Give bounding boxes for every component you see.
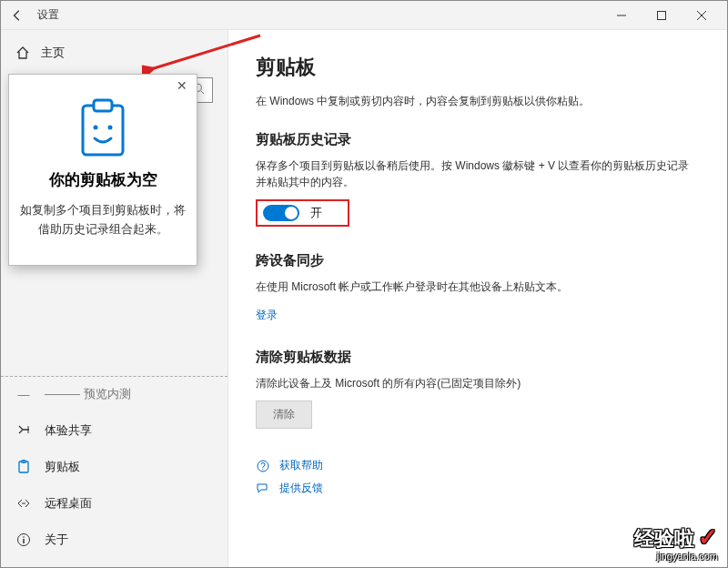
section-title: 跨设备同步 [256, 252, 700, 269]
section-desc: 在使用 Microsoft 帐户或工作帐户登录时在其他设备上粘贴文本。 [256, 279, 700, 295]
dash-icon: — [15, 386, 32, 402]
close-button[interactable] [682, 3, 722, 28]
page-title: 剪贴板 [256, 54, 700, 81]
sidebar-home-label: 主页 [41, 45, 65, 61]
checkmark-icon: ✓ [698, 523, 718, 552]
section-history: 剪贴板历史记录 保存多个项目到剪贴板以备稍后使用。按 Windows 徽标键 +… [256, 131, 700, 227]
sidebar-item-label: ——— 预览内测 [45, 386, 131, 402]
watermark-text: 经验啦 [634, 525, 694, 553]
svg-text:?: ? [260, 462, 266, 472]
toggle-label: 开 [310, 205, 322, 221]
feedback-icon [256, 482, 270, 496]
sidebar-item-remote[interactable]: 远程桌面 [1, 486, 228, 521]
sidebar-item-about[interactable]: 关于 [1, 522, 228, 557]
section-desc: 清除此设备上及 Microsoft 的所有内容(已固定项目除外) [256, 375, 700, 391]
footer-link-label: 提供反馈 [279, 481, 323, 496]
page-intro: 在 Windows 中复制或剪切内容时，内容会复制到剪贴板以供你粘贴。 [256, 94, 700, 109]
clear-button[interactable]: 清除 [256, 401, 312, 429]
main-content: 剪贴板 在 Windows 中复制或剪切内容时，内容会复制到剪贴板以供你粘贴。 … [228, 30, 727, 567]
title-bar: 设置 [1, 1, 727, 30]
help-link-row[interactable]: ? 获取帮助 [256, 454, 700, 477]
remote-icon [15, 495, 32, 512]
svg-point-14 [94, 126, 98, 130]
sidebar-item-clipboard[interactable]: 剪贴板 [1, 450, 228, 484]
home-icon [15, 46, 30, 60]
info-icon [15, 532, 32, 548]
sidebar-home[interactable]: 主页 [1, 37, 228, 68]
svg-rect-13 [94, 100, 112, 111]
svg-point-15 [108, 126, 113, 130]
section-clear: 清除剪贴板数据 清除此设备上及 Microsoft 的所有内容(已固定项目除外)… [256, 349, 700, 429]
sidebar-item-preview[interactable]: — ——— 预览内测 [1, 376, 228, 411]
share-icon [15, 422, 32, 439]
clipboard-face-icon [77, 98, 128, 158]
minimize-button[interactable] [602, 3, 642, 28]
popup-close-button[interactable]: ✕ [171, 76, 193, 95]
clipboard-empty-popup: ✕ 你的剪贴板为空 如复制多个项目到剪贴板时，将借助历史记录组合起来。 [8, 74, 197, 266]
section-title: 清除剪贴板数据 [256, 349, 700, 366]
svg-point-7 [23, 536, 25, 538]
maximize-button[interactable] [642, 3, 682, 28]
history-toggle[interactable] [263, 205, 299, 221]
popup-title: 你的剪贴板为空 [20, 169, 186, 190]
section-sync: 跨设备同步 在使用 Microsoft 帐户或工作帐户登录时在其他设备上粘贴文本… [256, 252, 700, 323]
footer-links: ? 获取帮助 提供反馈 [256, 454, 700, 500]
back-button[interactable] [6, 5, 28, 26]
close-icon [697, 11, 706, 20]
watermark: 经验啦 ✓ jingyanla.com [634, 523, 718, 562]
arrow-left-icon [11, 9, 24, 22]
sidebar-item-label: 体验共享 [45, 422, 92, 439]
window-controls [602, 3, 722, 28]
signin-link[interactable]: 登录 [256, 308, 278, 323]
svg-rect-1 [658, 11, 666, 19]
svg-line-3 [201, 91, 204, 94]
sidebar-item-label: 关于 [45, 532, 68, 548]
sidebar-item-label: 远程桌面 [45, 495, 92, 512]
section-title: 剪贴板历史记录 [256, 131, 700, 148]
maximize-icon [657, 11, 666, 20]
section-desc: 保存多个项目到剪贴板以备稍后使用。按 Windows 徽标键 + V 以查看你的… [256, 157, 700, 190]
sidebar-item-share[interactable]: 体验共享 [1, 413, 228, 448]
feedback-link-row[interactable]: 提供反馈 [256, 477, 700, 500]
footer-link-label: 获取帮助 [279, 458, 323, 473]
sidebar-nav: — ——— 预览内测 体验共享 剪贴板 远程桌面 [1, 376, 228, 557]
window-title: 设置 [37, 7, 59, 23]
help-icon: ? [256, 459, 270, 473]
history-toggle-highlight: 开 [256, 199, 349, 227]
svg-rect-12 [83, 106, 123, 155]
sidebar-item-label: 剪贴板 [45, 459, 80, 475]
minimize-icon [617, 11, 626, 20]
clipboard-icon [15, 459, 32, 475]
popup-desc: 如复制多个项目到剪贴板时，将借助历史记录组合起来。 [20, 201, 186, 239]
